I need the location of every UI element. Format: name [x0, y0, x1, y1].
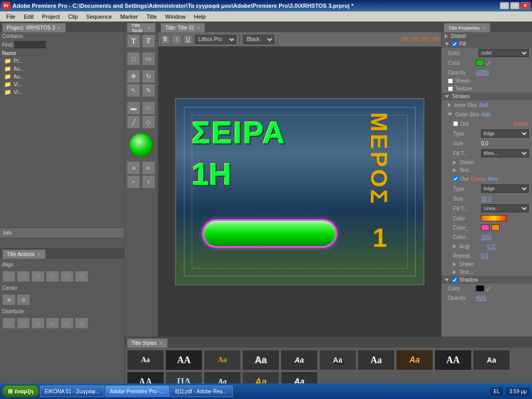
stroke2-move[interactable]: Mov [488, 176, 498, 182]
dist-btn-5[interactable]: ⬚ [60, 317, 74, 329]
title-canvas-area[interactable]: ΣΕΙΡΑ 1Η ΜΕΡΟΣ 1 [158, 47, 441, 337]
tool-rect[interactable]: ▬ [127, 101, 140, 115]
canvas-green-pill[interactable] [202, 219, 337, 248]
stroke1-checkbox[interactable] [453, 121, 458, 126]
menu-sequence[interactable]: Sequence [82, 12, 116, 21]
taskbar-item-0[interactable]: EIKONA 51 - Ζωγράφ... [40, 385, 104, 397]
title-properties-close[interactable]: ✕ [482, 25, 486, 31]
project-tab-close[interactable]: ✕ [57, 25, 61, 31]
canvas-text-1[interactable]: 1 [373, 223, 387, 253]
font-family-select[interactable]: Lithos Pro [195, 35, 236, 44]
start-button[interactable]: ⊞ έναρξη [2, 385, 39, 397]
font-color-select[interactable]: Black [243, 35, 274, 44]
fill-color-swatch[interactable] [476, 60, 484, 66]
tool-rotate[interactable]: ↻ [142, 70, 155, 83]
fill-color-eyedropper[interactable]: 🖉 [486, 60, 491, 66]
tool-rounded[interactable]: ▭ [142, 52, 155, 65]
dist-btn-3[interactable]: ⬚ [31, 317, 45, 329]
tool-dist-h[interactable]: ≡ [127, 175, 140, 189]
stroke2-angle-value[interactable]: 0,0° [487, 244, 497, 249]
tool-move[interactable]: ✥ [127, 70, 140, 83]
stroke2-gradient-swatch[interactable] [481, 215, 507, 221]
canvas-text-seira[interactable]: ΣΕΙΡΑ [192, 115, 286, 151]
distort-section[interactable]: Distort [442, 32, 532, 40]
menu-file[interactable]: File [2, 12, 20, 21]
tool-shape[interactable]: ◇ [142, 115, 155, 129]
shadow-opacity-value[interactable]: 45% [476, 295, 486, 301]
close-button[interactable]: ✕ [521, 2, 530, 9]
inner-stroke-add[interactable]: Add [479, 102, 488, 108]
style-9[interactable]: Aa [473, 350, 510, 370]
dist-btn-4[interactable]: ⬚ [46, 317, 59, 329]
title-tools-tab[interactable]: Title Tools ✕ [127, 23, 156, 32]
maximize-button[interactable]: □ [510, 2, 520, 9]
folder-au1[interactable]: 📁 Au... [0, 65, 124, 73]
style-1[interactable]: AA [165, 350, 203, 370]
fill-section-header[interactable]: Fill [442, 40, 532, 48]
menu-window[interactable]: Window [161, 12, 190, 21]
menu-clip[interactable]: Clip [64, 12, 82, 21]
title-actions-tab-close[interactable]: ✕ [37, 252, 41, 257]
folder-vi1[interactable]: 📁 Vi... [0, 81, 124, 88]
tool-select[interactable]: ↖ [127, 84, 140, 97]
style-8[interactable]: AA [434, 350, 472, 370]
folder-vi2[interactable]: 📁 Vi... [0, 88, 124, 96]
stroke2-color2a-swatch[interactable] [481, 224, 489, 231]
stroke1-fill-select[interactable]: Elimi... [481, 149, 529, 157]
minimize-button[interactable]: ─ [500, 2, 509, 9]
folder-au2[interactable]: 📁 Au... [0, 73, 124, 81]
color-swatch-display[interactable] [129, 133, 153, 157]
stroke2-delete[interactable]: Delete [471, 176, 486, 182]
taskbar-item-2[interactable]: δ[1].pdf - Adobe Rea... [170, 385, 233, 397]
sheen-checkbox[interactable] [448, 78, 453, 84]
stroke2-repeat-value[interactable]: 0,0 [481, 253, 488, 259]
stroke2-color3-value[interactable]: 70% [481, 234, 491, 240]
style-0[interactable]: Aa [127, 350, 164, 370]
menu-help[interactable]: Help [190, 12, 210, 21]
project-tab[interactable]: Project: XRHSTOS 3 ✕ [2, 23, 66, 32]
align-bottom-btn[interactable]: ⬚ [75, 271, 88, 282]
shadow-section[interactable]: Shadow [442, 276, 532, 284]
tool-line[interactable]: ╱ [127, 115, 140, 129]
stroke2-fill-select[interactable]: Linea... [481, 204, 529, 212]
style-6[interactable]: Aa [357, 350, 395, 370]
type-tool-T[interactable]: T [127, 34, 140, 48]
align-hcenter-btn[interactable]: ⬚ [17, 271, 30, 282]
align-left-btn[interactable]: ⬚ [2, 271, 16, 282]
shadow-color-swatch[interactable] [476, 285, 484, 291]
align-right-btn[interactable]: ⬚ [31, 271, 45, 282]
title-tools-close[interactable]: ✕ [147, 25, 151, 31]
fill-checkbox[interactable] [452, 42, 457, 47]
stroke2-checkbox[interactable] [453, 176, 458, 181]
style-2[interactable]: Aa [204, 350, 241, 370]
style-5[interactable]: Aa [319, 350, 356, 370]
toolbar-italic-btn[interactable]: I [172, 35, 181, 44]
menu-title[interactable]: Title [142, 12, 161, 21]
title-editor-tab-close[interactable]: ✕ [196, 25, 201, 31]
shadow-color-eyedropper[interactable]: 🖉 [486, 286, 491, 291]
find-input[interactable] [15, 41, 46, 48]
title-canvas[interactable]: ΣΕΙΡΑ 1Η ΜΕΡΟΣ 1 [175, 98, 424, 285]
center-h-btn[interactable]: ⊞ [2, 294, 16, 305]
dist-btn-6[interactable]: ⬚ [75, 317, 88, 329]
texture-checkbox[interactable] [448, 86, 453, 91]
folder-pr[interactable]: 📁 Pr... [0, 57, 124, 65]
align-vcenter-btn[interactable]: ⬚ [60, 271, 74, 282]
title-properties-tab[interactable]: Title Properties ✕ [444, 23, 490, 32]
type-tool-Ti[interactable]: T [142, 34, 155, 48]
title-styles-close[interactable]: ✕ [159, 341, 163, 346]
shadow-checkbox[interactable] [452, 277, 457, 283]
menu-project[interactable]: Project [38, 12, 64, 21]
dist-btn-1[interactable]: ⬚ [2, 317, 16, 329]
canvas-text-meros[interactable]: ΜΕΡΟΣ [365, 112, 392, 206]
menu-edit[interactable]: Edit [20, 12, 38, 21]
title-editor-tab[interactable]: Title: Title 01 ✕ [161, 23, 205, 32]
fill-type-select[interactable]: Solid [478, 49, 529, 57]
fill-opacity-value[interactable]: 100% [476, 70, 489, 75]
toolbar-bold-btn[interactable]: B [161, 35, 170, 44]
tool-align-r[interactable]: ⊟ [142, 161, 155, 175]
strokes-section[interactable]: Strokes [442, 92, 532, 100]
stroke1-type-select[interactable]: Edge [481, 129, 529, 138]
stroke2-type-select[interactable]: Edge [481, 184, 529, 193]
toolbar-underline-btn[interactable]: U [183, 35, 193, 44]
